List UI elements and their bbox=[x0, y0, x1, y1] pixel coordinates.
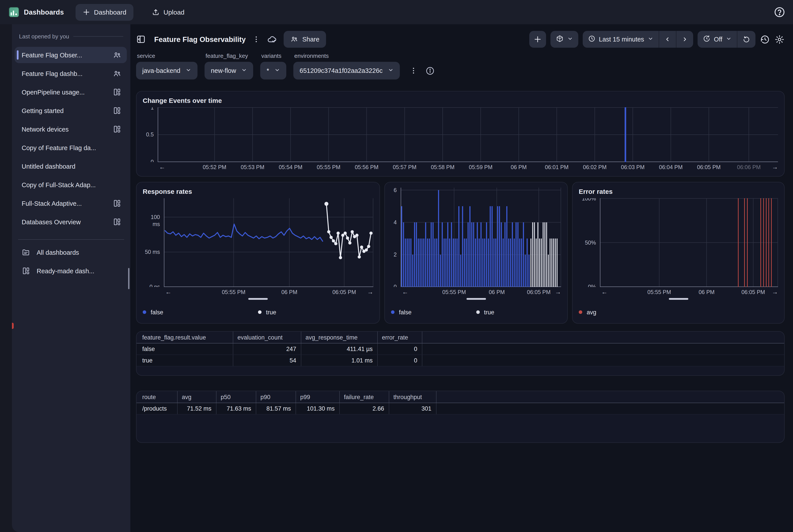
upload-button[interactable]: Upload bbox=[145, 4, 191, 21]
share-label: Share bbox=[302, 36, 319, 43]
chart-scroll-handle[interactable] bbox=[248, 298, 268, 300]
evaluation-counts-svg bbox=[401, 188, 561, 287]
table-header-row: feature_flag.result.valueevaluation_coun… bbox=[136, 331, 784, 343]
column-header[interactable]: p90 bbox=[256, 391, 296, 403]
time-range-select[interactable]: Last 15 minutes bbox=[583, 31, 659, 48]
column-header[interactable]: evaluation_count bbox=[233, 331, 301, 343]
table-cell: 81.57 ms bbox=[256, 403, 296, 414]
sidebar-item[interactable]: Network devices bbox=[15, 121, 127, 137]
change-events-plot[interactable]: 10.50 bbox=[143, 107, 778, 162]
feature-flag-table-panel: feature_flag.result.valueevaluation_coun… bbox=[136, 331, 785, 376]
pan-left-arrow[interactable]: ← bbox=[165, 288, 171, 296]
y-tick-label: 0.5 bbox=[143, 131, 154, 138]
filter-kebab-icon[interactable] bbox=[409, 66, 418, 75]
grid-icon bbox=[22, 266, 31, 275]
column-header[interactable]: feature_flag.result.value bbox=[136, 331, 233, 343]
error-rates-panel: Error rates 100%50%0%05:55 PM06 PM06:05 … bbox=[572, 182, 785, 324]
column-header[interactable]: p50 bbox=[216, 391, 256, 403]
kebab-menu-icon[interactable] bbox=[252, 35, 260, 43]
scope-select[interactable] bbox=[550, 31, 578, 48]
sidebar-footer-item[interactable]: All dashboards bbox=[15, 244, 127, 261]
chart-legend: falsetrue bbox=[391, 306, 561, 318]
column-header[interactable]: failure_rate bbox=[339, 391, 389, 403]
chart-scroll-handle[interactable] bbox=[669, 298, 688, 300]
chevron-down-icon bbox=[241, 67, 247, 74]
evaluation-counts-plot[interactable]: 6420 bbox=[391, 188, 561, 287]
y-tick-label: 1 bbox=[143, 107, 154, 111]
sidebar-item[interactable]: Getting started bbox=[15, 102, 127, 119]
brand[interactable]: Dashboards bbox=[9, 7, 64, 17]
cloud-sync-icon[interactable] bbox=[267, 34, 277, 44]
filter-select-environments[interactable]: 651209c374a1f02aa2a3226c bbox=[293, 62, 400, 79]
pan-right-arrow[interactable]: → bbox=[367, 288, 373, 296]
pan-right-arrow[interactable]: → bbox=[555, 288, 561, 296]
column-header[interactable]: error_rate bbox=[377, 331, 422, 343]
table-cell: 54 bbox=[233, 355, 301, 366]
pan-right-arrow[interactable]: → bbox=[772, 163, 778, 170]
response-rates-plot[interactable]: 100 ms50 ms0 ns bbox=[143, 198, 373, 287]
gear-icon[interactable] bbox=[774, 34, 785, 44]
pan-left-arrow[interactable]: ← bbox=[159, 163, 165, 170]
time-back-button[interactable] bbox=[659, 31, 676, 48]
chart-scroll-handle[interactable] bbox=[466, 298, 486, 300]
new-dashboard-button[interactable]: Dashboard bbox=[75, 4, 133, 21]
y-tick-label: 6 bbox=[391, 188, 397, 194]
column-header[interactable]: throughput bbox=[389, 391, 436, 403]
sidebar-item[interactable]: Copy of Feature Flag da... bbox=[15, 139, 127, 156]
sidebar-item[interactable]: Databases Overview bbox=[15, 214, 127, 230]
history-icon[interactable] bbox=[760, 34, 770, 44]
legend-item-true[interactable]: true bbox=[258, 309, 373, 316]
sidebar-item[interactable]: Untitled dashboard bbox=[15, 158, 127, 174]
pan-left-arrow[interactable]: ← bbox=[601, 288, 607, 296]
column-header[interactable]: avg bbox=[177, 391, 216, 403]
error-rates-plot[interactable]: 100%50%0% bbox=[579, 198, 778, 287]
table-cell: 1.01 ms bbox=[301, 355, 377, 366]
sidebar-item[interactable]: Feature Flag Obser... bbox=[15, 47, 127, 63]
share-button[interactable]: Share bbox=[283, 31, 326, 48]
legend-item-false[interactable]: false bbox=[143, 309, 258, 316]
table-row[interactable]: false247411.41 µs0 bbox=[136, 343, 784, 355]
chevron-down-icon bbox=[567, 36, 573, 43]
legend-label: avg bbox=[587, 309, 596, 316]
change-events-svg bbox=[158, 107, 778, 162]
sidebar-item[interactable]: Copy of Full-Stack Adap... bbox=[15, 176, 127, 193]
pan-right-arrow[interactable]: → bbox=[772, 288, 778, 296]
auto-refresh-select[interactable]: Off bbox=[698, 31, 737, 48]
filter-actions bbox=[409, 62, 435, 79]
help-button[interactable] bbox=[774, 6, 786, 20]
table-row[interactable]: true541.01 ms0 bbox=[136, 355, 784, 366]
add-panel-button[interactable] bbox=[529, 31, 546, 48]
collapse-sidebar-icon[interactable] bbox=[136, 34, 146, 44]
pan-left-arrow[interactable]: ← bbox=[402, 288, 408, 296]
column-header[interactable]: route bbox=[136, 391, 177, 403]
change-events-panel: Change Events over time 10.5005:52 PM05:… bbox=[136, 91, 785, 176]
sidebar-item[interactable]: OpenPipeline usage... bbox=[15, 84, 127, 100]
x-tick-label: 06:06 PM bbox=[737, 164, 760, 170]
sidebar-item[interactable]: Full-Stack Adaptive... bbox=[15, 195, 127, 211]
y-tick-label: 0 bbox=[143, 158, 154, 162]
filter-select-feature_flag_key[interactable]: new-flow bbox=[205, 62, 253, 79]
sidebar-item[interactable]: Feature Flag dashb... bbox=[15, 65, 127, 82]
sidebar-scrollbar[interactable] bbox=[128, 268, 129, 289]
table-cell: 301 bbox=[389, 403, 436, 414]
evaluation-counts-x-axis: 05:55 PM06 PM06:05 PM←→ bbox=[391, 287, 561, 297]
legend-item-avg[interactable]: avg bbox=[579, 309, 596, 316]
filter-environments: environments651209c374a1f02aa2a3226c bbox=[293, 53, 400, 79]
legend-item-true[interactable]: true bbox=[476, 309, 561, 316]
legend-item-false[interactable]: false bbox=[391, 309, 476, 316]
column-header[interactable]: avg_response_time bbox=[301, 331, 377, 343]
refresh-button[interactable] bbox=[737, 31, 755, 48]
column-header[interactable]: p99 bbox=[296, 391, 339, 403]
table-cell: 247 bbox=[233, 343, 301, 355]
filter-select-variants[interactable]: * bbox=[260, 62, 286, 79]
response-rates-svg bbox=[164, 198, 373, 287]
info-icon[interactable] bbox=[425, 66, 435, 75]
filter-select-service[interactable]: java-backend bbox=[136, 62, 198, 79]
selected-indicator bbox=[17, 50, 18, 60]
y-tick-label: 4 bbox=[391, 219, 397, 226]
sidebar-footer-item[interactable]: Ready-made dash... bbox=[15, 263, 127, 279]
chevron-down-icon bbox=[274, 67, 280, 74]
time-forward-button[interactable] bbox=[676, 31, 693, 48]
table-row[interactable]: /products71.52 ms71.63 ms81.57 ms101.30 … bbox=[136, 403, 784, 414]
sidebar-item-label: Ready-made dash... bbox=[37, 267, 122, 274]
